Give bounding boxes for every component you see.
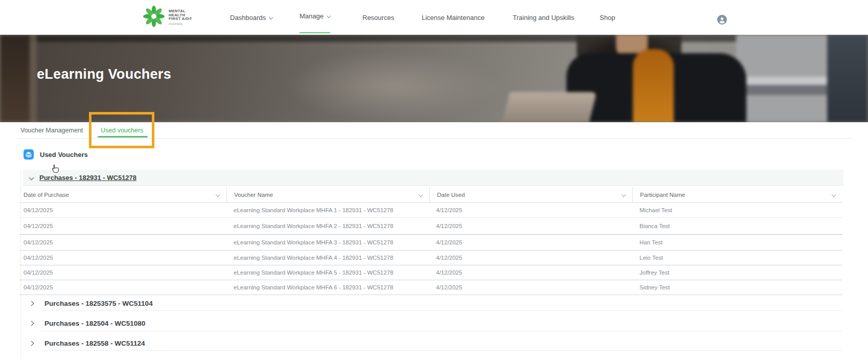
brand-wordmark: MENTAL HEALTH FIRST AID® Australia (169, 9, 192, 26)
hero-door-shape (0, 35, 30, 122)
cell-voucher-name: eLearning Standard Workplace MHFA 3 - 18… (234, 239, 393, 245)
nav-item-license-maintenance[interactable]: License Maintenance (422, 0, 485, 35)
table-row: 04/12/2025 eLearning Standard Workplace … (19, 251, 842, 265)
nav-item-training-and-upskills[interactable]: Training and Upskills (513, 0, 574, 35)
chevron-right-icon (29, 301, 34, 306)
chevron-down-icon (29, 175, 34, 180)
cell-voucher-name: eLearning Standard Workplace MHFA 1 - 18… (234, 207, 393, 213)
group-title[interactable]: Purchases - 18253575 - WC51104 (44, 300, 153, 307)
column-header-date-of-purchase[interactable]: Date of Purchase (19, 187, 226, 203)
cell-participant-name: Joffrey Test (639, 269, 669, 276)
brand-line-3: FIRST AID® (169, 17, 192, 21)
group-header-collapsed-clipped[interactable]: Purchases - 182551 - WC51147 (23, 357, 843, 361)
cell-date-used: 4/12/2025 (436, 207, 462, 213)
group-title[interactable]: Purchases - 182558 - WC51124 (44, 340, 145, 347)
group-header-collapsed[interactable]: Purchases - 182504 - WC51080 (23, 315, 843, 331)
cell-date-used: 4/12/2025 (436, 223, 462, 229)
column-header-participant-name[interactable]: Participant Name (632, 187, 842, 203)
table-row: 04/12/2025 eLearning Standard Workplace … (19, 235, 842, 251)
cell-date-of-purchase: 04/12/2025 (24, 255, 53, 261)
nav-item-shop[interactable]: Shop (600, 0, 615, 35)
hero-laptop-shape (502, 92, 597, 122)
table-row: 04/12/2025 eLearning Standard Workplace … (19, 203, 842, 218)
cell-date-used: 4/12/2025 (436, 269, 462, 276)
cell-date-used: 4/12/2025 (436, 284, 462, 290)
cell-date-of-purchase: 04/12/2025 (24, 223, 53, 229)
chevron-down-icon[interactable] (216, 193, 220, 197)
cell-date-used: 4/12/2025 (436, 255, 462, 261)
cell-participant-name: Michael Test (639, 207, 672, 213)
mhfa-flower-icon (142, 4, 166, 31)
table-row: 04/12/2025 eLearning Standard Workplace … (19, 218, 842, 235)
hero-person-top (633, 49, 674, 122)
hero-column-shape (827, 35, 868, 122)
cell-voucher-name: eLearning Standard Workplace MHFA 5 - 18… (234, 269, 393, 276)
tab-voucher-management[interactable]: Voucher Management (20, 127, 83, 134)
group-divider (41, 331, 842, 331)
layers-icon (24, 149, 34, 160)
mouse-cursor-icon (50, 164, 60, 175)
cell-date-used: 4/12/2025 (436, 239, 462, 245)
column-header-voucher-name[interactable]: Voucher Name (226, 187, 429, 203)
hero-banner: eLearning Vouchers (0, 35, 868, 122)
group-divider (41, 350, 842, 351)
user-avatar-icon[interactable] (717, 15, 727, 25)
group-divider (41, 310, 842, 311)
nav-item-resources[interactable]: Resources (362, 0, 394, 35)
cell-participant-name: Bianca Test (639, 223, 670, 229)
annotation-highlight-box (89, 112, 154, 148)
table-row: 04/12/2025 eLearning Standard Workplace … (19, 280, 842, 295)
cell-date-of-purchase: 04/12/2025 (24, 284, 53, 290)
cell-date-of-purchase: 04/12/2025 (24, 269, 53, 276)
table-row: 04/12/2025 eLearning Standard Workplace … (19, 265, 842, 280)
column-header-date-used[interactable]: Date Used (429, 187, 632, 203)
chevron-right-icon (29, 341, 34, 346)
group-header-collapsed[interactable]: Purchases - 18253575 - WC51104 (23, 296, 843, 311)
cell-voucher-name: eLearning Standard Workplace MHFA 6 - 18… (234, 284, 393, 290)
table-header-row: Date of Purchase Voucher Name Date Used … (19, 187, 842, 203)
chevron-down-icon[interactable] (622, 193, 626, 197)
group-header-expanded[interactable]: Purchases - 182931 - WC51278 (23, 170, 843, 186)
cell-date-of-purchase: 04/12/2025 (24, 207, 53, 213)
page: MENTAL HEALTH FIRST AID® Australia Dashb… (0, 0, 868, 361)
chevron-down-icon[interactable] (419, 193, 423, 197)
cell-participant-name: Sidney Test (639, 284, 670, 290)
brand-sub: Australia (169, 22, 192, 26)
cell-voucher-name: eLearning Standard Workplace MHFA 2 - 18… (234, 223, 393, 229)
group-title[interactable]: Purchases - 182504 - WC51080 (44, 320, 145, 327)
cell-date-of-purchase: 04/12/2025 (24, 239, 53, 245)
cell-voucher-name: eLearning Standard Workplace MHFA 4 - 18… (234, 255, 393, 261)
chevron-down-icon (327, 14, 331, 18)
section-title: Used Vouchers (40, 151, 88, 159)
cell-participant-name: Leio Test (639, 255, 663, 261)
chevron-right-icon (29, 321, 34, 326)
cell-participant-name: Han Test (639, 239, 663, 245)
page-title: eLearning Vouchers (37, 66, 171, 82)
chevron-down-icon (269, 15, 273, 19)
nav-item-dashboards[interactable]: Dashboards (230, 0, 272, 35)
group-header-collapsed[interactable]: Purchases - 182558 - WC51124 (23, 335, 843, 351)
brand-logo[interactable]: MENTAL HEALTH FIRST AID® Australia (142, 4, 192, 31)
top-nav: MENTAL HEALTH FIRST AID® Australia Dashb… (0, 0, 868, 35)
nav-item-manage[interactable]: Manage (300, 2, 330, 33)
section-header: Used Vouchers (24, 149, 88, 160)
chevron-down-icon[interactable] (832, 193, 836, 197)
